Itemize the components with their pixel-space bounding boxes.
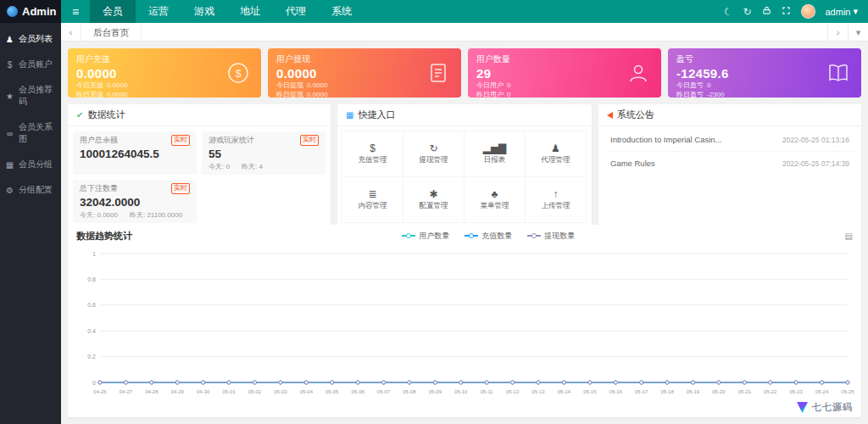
theme-icon[interactable]: ☾: [724, 7, 733, 17]
card-value: 29: [476, 66, 653, 81]
sidebar-item-referral-codes[interactable]: ★ 会员推荐码: [0, 77, 61, 114]
logo-icon: [7, 6, 18, 17]
logo-text: Admin: [22, 5, 56, 18]
menu-toggle-icon[interactable]: ≡: [61, 5, 90, 19]
quick-entry-recharge-management[interactable]: $ 充值管理: [342, 131, 403, 177]
sidebar-item-label: 会员列表: [19, 33, 53, 45]
gear-icon: ⚙: [5, 186, 14, 195]
sidebar-item-group-config[interactable]: ⚙ 分组配置: [0, 177, 61, 203]
tabs-scroll-right-icon[interactable]: ›: [827, 23, 848, 42]
stat-value: 55: [209, 148, 319, 160]
stat-card-user-recharge: 用户充值 0.0000 今日充值0.0000 昨日充值0.0000 $: [68, 48, 261, 98]
svg-text:05-06: 05-06: [351, 389, 364, 394]
svg-text:05-04: 05-04: [300, 389, 314, 394]
legend-user-count[interactable]: 用户数量: [402, 231, 449, 242]
svg-text:05-07: 05-07: [377, 389, 391, 394]
announcement-item[interactable]: Game Rules 2022-05-25 07:14:39: [607, 152, 853, 175]
svg-text:05-08: 05-08: [403, 389, 416, 394]
svg-text:05-10: 05-10: [454, 389, 468, 394]
stat-cards: 用户充值 0.0000 今日充值0.0000 昨日充值0.0000 $: [68, 48, 861, 98]
nav-tab-system[interactable]: 系统: [319, 0, 364, 23]
quick-entry-daily-report[interactable]: ▂▅▇ 日报表: [464, 131, 526, 177]
chart-header: 数据趋势统计 用户数量 充值数量: [68, 225, 861, 247]
quick-entry-config-management[interactable]: ✱ 配置管理: [403, 176, 465, 223]
sidebar: ♟ 会员列表 $ 会员账户 ★ 会员推荐码 ∞ 会员关系图 ▦ 会员分组 ⚙ 分…: [0, 23, 61, 424]
realtime-badge: 实时: [300, 135, 319, 145]
card-subline: 昨日盈亏-2300: [676, 91, 853, 98]
svg-text:05-21: 05-21: [738, 389, 752, 394]
card-subline: 今日用户0: [476, 81, 653, 91]
sidebar-item-label: 会员分组: [19, 159, 53, 170]
chart-legend: 用户数量 充值数量 提现数量: [132, 231, 845, 242]
legend-label: 用户数量: [419, 231, 449, 242]
chart-toolbar-icon[interactable]: ▤: [845, 232, 853, 241]
panel-title: 数据统计: [87, 109, 125, 121]
trend-chart-panel: 数据趋势统计 用户数量 充值数量: [68, 225, 861, 417]
svg-text:05-17: 05-17: [635, 389, 648, 394]
quick-entry-content-management[interactable]: ≣ 内容管理: [342, 176, 403, 223]
panel-title: 系统公告: [617, 109, 654, 121]
svg-text:05-02: 05-02: [248, 389, 262, 394]
fullscreen-icon[interactable]: [782, 6, 791, 17]
panel-header: 系统公告: [598, 104, 861, 126]
card-subline: 昨日用户0: [476, 91, 653, 98]
svg-text:05-11: 05-11: [481, 389, 494, 394]
stat-card-profit-loss: 盈亏 -12459.6 今日盈亏0 昨日盈亏-2300: [668, 48, 861, 98]
member-list-icon: ♟: [5, 35, 14, 44]
quick-entry-label: 菜单管理: [481, 201, 509, 211]
chart-area: 00.20.40.60.8104-2604-2704-2804-2904-300…: [68, 247, 861, 403]
refresh-icon[interactable]: ↻: [743, 7, 751, 17]
asterisk-icon: ✱: [429, 189, 437, 199]
realtime-badge: 实时: [171, 135, 190, 145]
sidebar-item-member-groups[interactable]: ▦ 会员分组: [0, 152, 61, 177]
quick-entry-withdraw-management[interactable]: ↻ 提现管理: [403, 131, 465, 177]
svg-text:05-16: 05-16: [609, 389, 623, 394]
svg-text:05-03: 05-03: [274, 389, 287, 394]
quick-entry-agent-management[interactable]: ♟ 代理管理: [525, 131, 587, 177]
tab-home[interactable]: 后台首页: [81, 23, 142, 42]
quick-entry-label: 日报表: [484, 155, 506, 165]
legend-recharge-count[interactable]: 充值数量: [465, 231, 512, 242]
svg-text:04-28: 04-28: [145, 389, 159, 394]
legend-marker: [465, 235, 478, 237]
stat-game-players: 游戏玩家统计 实时 55 今天: 0 昨天: 4: [202, 131, 326, 175]
sidebar-item-member-list[interactable]: ♟ 会员列表: [0, 26, 61, 52]
quick-entry-menu-management[interactable]: ♣ 菜单管理: [464, 176, 526, 223]
avatar[interactable]: [801, 4, 815, 19]
page-tabs-bar: ‹ 后台首页 › ▾: [61, 23, 868, 42]
quick-entry-upload-management[interactable]: ↑ 上传管理: [525, 176, 587, 223]
lock-icon[interactable]: [762, 6, 771, 17]
upload-icon: ↑: [554, 189, 559, 199]
open-book-icon: [827, 62, 849, 84]
card-subline: 昨日提现0.0000: [276, 91, 453, 98]
user-menu[interactable]: admin ▾: [826, 6, 859, 17]
trend-chart: 00.20.40.60.8104-2604-2704-2804-2904-300…: [75, 247, 854, 399]
stat-label: 游戏玩家统计: [209, 135, 254, 146]
sidebar-item-label: 分组配置: [19, 184, 53, 196]
svg-text:1: 1: [92, 251, 96, 257]
nav-tab-address[interactable]: 地址: [227, 0, 273, 23]
watermark-logo-icon: [797, 402, 808, 413]
legend-withdraw-count[interactable]: 提现数量: [527, 231, 575, 242]
admin-dashboard: Admin ≡ 会员 运营 游戏 地址 代理 系统 ☾ ↻: [0, 0, 868, 424]
tree-icon: ♣: [492, 189, 498, 199]
svg-text:0.8: 0.8: [87, 276, 96, 282]
app-logo[interactable]: Admin: [0, 0, 61, 23]
card-value: 0.0000: [76, 66, 253, 81]
svg-text:0.2: 0.2: [87, 354, 96, 360]
nav-tab-games[interactable]: 游戏: [181, 0, 227, 23]
announcement-item[interactable]: Introduction to Imperial Casin... 2022-0…: [607, 128, 853, 152]
tabs-scroll-left-icon[interactable]: ‹: [61, 23, 81, 42]
announcement-date: 2022-05-25 07:14:39: [782, 159, 849, 168]
sidebar-item-member-accounts[interactable]: $ 会员账户: [0, 52, 61, 77]
sidebar-item-relation-graph[interactable]: ∞ 会员关系图: [0, 114, 61, 152]
system-announcement-panel: 系统公告 Introduction to Imperial Casin... 2…: [598, 104, 861, 228]
svg-text:0: 0: [92, 380, 96, 386]
svg-text:04-26: 04-26: [93, 389, 107, 394]
card-subline: 今日盈亏0: [676, 81, 853, 91]
tabs-menu-icon[interactable]: ▾: [848, 23, 868, 42]
nav-tab-operations[interactable]: 运营: [136, 0, 181, 23]
nav-tab-member[interactable]: 会员: [90, 0, 136, 23]
nav-tab-agent[interactable]: 代理: [273, 0, 319, 23]
legend-label: 充值数量: [481, 231, 512, 242]
